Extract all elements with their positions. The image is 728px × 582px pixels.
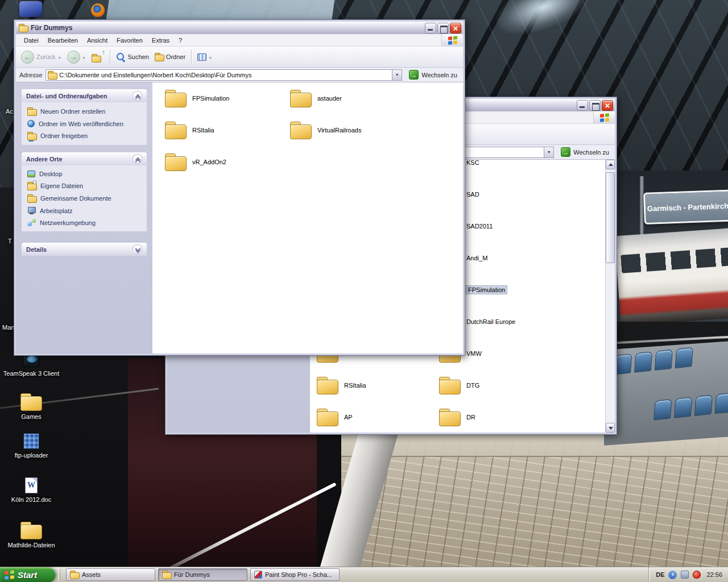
app-icon-partial[interactable] bbox=[19, 1, 42, 17]
windows-flag-icon bbox=[600, 113, 609, 122]
minimize-button[interactable] bbox=[425, 23, 436, 34]
views-dropdown-arrow[interactable] bbox=[209, 53, 212, 60]
taskbar-item-paint-shop-pro[interactable]: Paint Shop Pro - Scha... bbox=[250, 568, 340, 581]
firefox-icon[interactable] bbox=[91, 3, 105, 17]
folder-icon bbox=[48, 71, 57, 79]
folder-icon bbox=[290, 122, 312, 139]
scrollbar-thumb[interactable] bbox=[606, 172, 615, 263]
folder-tile[interactable]: FPSimulation bbox=[162, 82, 280, 114]
close-button[interactable] bbox=[450, 23, 461, 34]
folder-icon bbox=[19, 24, 28, 32]
place-desktop[interactable]: Desktop bbox=[27, 171, 141, 177]
address-dropdown-arrow[interactable] bbox=[544, 147, 553, 157]
expand-chevron-icon[interactable] bbox=[133, 244, 142, 254]
go-icon bbox=[409, 70, 419, 80]
new-folder-icon bbox=[27, 107, 36, 115]
folders-button[interactable]: Ordner bbox=[152, 48, 188, 65]
titlebar[interactable]: Für Dummys bbox=[16, 22, 463, 34]
menu-bearbeiten[interactable]: Bearbeiten bbox=[43, 35, 82, 45]
task-publish-web[interactable]: Ordner im Web veröffentlichen bbox=[27, 120, 141, 127]
folder-icon bbox=[317, 409, 338, 426]
address-combobox[interactable]: C:\Dokumente und Einstellungen\Norbert K… bbox=[46, 69, 402, 81]
search-button[interactable]: Suchen bbox=[113, 48, 152, 65]
collapse-chevron-icon[interactable] bbox=[133, 154, 142, 164]
section-details: Details bbox=[22, 243, 147, 256]
address-dropdown-arrow[interactable] bbox=[392, 70, 402, 80]
go-button[interactable]: Wechseln zu bbox=[406, 70, 461, 80]
taskbar-item-fuer-dummys[interactable]: Für Dummys bbox=[158, 568, 247, 581]
maximize-button[interactable] bbox=[589, 100, 601, 111]
folder-icon bbox=[290, 90, 312, 107]
go-icon bbox=[561, 147, 570, 157]
folder-tile[interactable]: DR bbox=[436, 401, 554, 433]
folder-tile[interactable]: vR_AddOn2 bbox=[162, 146, 280, 178]
language-indicator[interactable]: DE bbox=[656, 571, 664, 578]
folder-icon bbox=[20, 393, 42, 410]
desktop-icon-koeln-doc[interactable]: Köln 2012.doc bbox=[3, 477, 60, 503]
windows-flag-icon bbox=[448, 36, 457, 45]
security-alert-icon[interactable] bbox=[693, 571, 701, 579]
word-document-icon bbox=[25, 477, 38, 493]
back-button[interactable]: Zurück bbox=[18, 48, 64, 65]
back-dropdown-arrow[interactable] bbox=[58, 53, 61, 60]
start-button[interactable]: Start bbox=[0, 567, 56, 582]
folder-tile[interactable]: AP bbox=[313, 401, 432, 433]
menu-hilfe[interactable]: ? bbox=[174, 35, 187, 45]
scroll-up-button[interactable] bbox=[606, 160, 615, 169]
folder-icon bbox=[162, 571, 171, 579]
my-documents-icon bbox=[27, 182, 36, 190]
desktop-icon-ftp-uploader[interactable]: ftp-uploader bbox=[3, 433, 60, 459]
folder-tile[interactable]: astauder bbox=[287, 82, 405, 114]
folder-icon bbox=[165, 90, 187, 107]
views-button[interactable] bbox=[195, 48, 215, 65]
up-button[interactable] bbox=[89, 48, 107, 65]
place-gemeinsame-dokumente[interactable]: Gemeinsame Dokumente bbox=[27, 194, 141, 202]
tray-status-icon[interactable] bbox=[681, 571, 689, 579]
section-header-other-places[interactable]: Andere Orte bbox=[22, 152, 147, 165]
menu-favoriten[interactable]: Favoriten bbox=[112, 35, 147, 45]
minimize-button[interactable] bbox=[577, 100, 588, 111]
task-share-folder[interactable]: Ordner freigeben bbox=[27, 132, 141, 140]
section-header-details[interactable]: Details bbox=[22, 243, 147, 256]
menu-ansicht[interactable]: Ansicht bbox=[82, 35, 112, 45]
place-eigene-dateien[interactable]: Eigene Dateien bbox=[27, 182, 141, 190]
collapse-chevron-icon[interactable] bbox=[133, 91, 142, 101]
folder-tile[interactable]: VirtualRailroads bbox=[287, 114, 405, 146]
place-arbeitsplatz[interactable]: Arbeitsplatz bbox=[27, 207, 141, 214]
folder-tile[interactable]: DTG bbox=[436, 369, 554, 401]
hide-tray-icons-chevron[interactable] bbox=[668, 571, 677, 579]
folder-icon bbox=[439, 377, 461, 394]
folder-tile[interactable]: RSItalia bbox=[313, 369, 432, 401]
desktop-icon-games[interactable]: Games bbox=[3, 393, 60, 420]
folder-icon bbox=[92, 54, 101, 62]
taskbar-item-assets[interactable]: Assets bbox=[66, 568, 155, 581]
folder-icon bbox=[70, 571, 79, 579]
folder-tile[interactable]: RSItalia bbox=[162, 114, 280, 146]
ftp-uploader-icon bbox=[23, 433, 39, 449]
close-button[interactable] bbox=[602, 100, 613, 111]
taskbar: Start Assets Für Dummys Paint Shop Pro -… bbox=[0, 567, 728, 582]
forward-button[interactable] bbox=[64, 48, 89, 65]
place-netzwerkumgebung[interactable]: Netzwerkumgebung bbox=[27, 219, 141, 226]
folder-icon bbox=[155, 53, 164, 61]
explorer-window-fuer-dummys[interactable]: Für Dummys Datei Bearbeiten Ansicht Favo… bbox=[14, 19, 465, 356]
task-new-folder[interactable]: Neuen Ordner erstellen bbox=[27, 107, 141, 115]
menu-bar: Datei Bearbeiten Ansicht Favoriten Extra… bbox=[16, 34, 463, 47]
go-button[interactable]: Wechseln zu bbox=[557, 147, 613, 157]
menu-datei[interactable]: Datei bbox=[19, 35, 43, 45]
forward-icon bbox=[67, 51, 80, 64]
scroll-down-button[interactable] bbox=[606, 423, 615, 433]
vertical-scrollbar[interactable] bbox=[605, 160, 615, 433]
desktop: Garmisch - Partenkirchen Ac T Man TeamSp… bbox=[0, 0, 728, 582]
section-file-tasks: Datei- und Ordneraufgaben Neuen Ordner e… bbox=[22, 89, 147, 145]
menu-extras[interactable]: Extras bbox=[147, 35, 174, 45]
section-header-file-tasks[interactable]: Datei- und Ordneraufgaben bbox=[22, 89, 147, 102]
maximize-button[interactable] bbox=[437, 23, 449, 34]
address-text: C:\Dokumente und Einstellungen\Norbert K… bbox=[59, 72, 390, 78]
toolbar: Zurück Suchen Ordner bbox=[16, 47, 463, 68]
toolbar-separator bbox=[191, 49, 192, 64]
desktop-icon-mathilde[interactable]: Mathilde-Dateien bbox=[3, 522, 60, 548]
desktop-icon bbox=[27, 171, 35, 177]
section-other-places: Andere Orte Desktop Eigene Dateien bbox=[22, 152, 147, 231]
forward-dropdown-arrow[interactable] bbox=[82, 53, 86, 60]
